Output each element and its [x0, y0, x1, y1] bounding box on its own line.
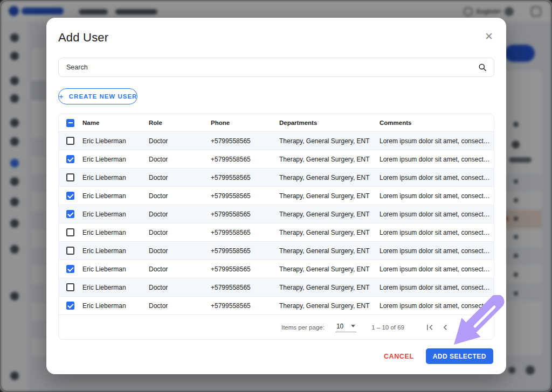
items-per-page-label: Items per page:: [281, 324, 325, 331]
cell-role: Doctor: [149, 302, 211, 310]
cell-role: Doctor: [149, 137, 211, 145]
create-new-user-label: CREATE NEW USER: [69, 93, 137, 100]
cell-comments: Lorem ipsum dolor sit amet, consectetu..…: [380, 137, 494, 145]
table-row[interactable]: Eric Lieberman Doctor +5799558565 Therap…: [59, 187, 494, 205]
dialog-title: Add User: [58, 31, 108, 45]
cell-comments: Lorem ipsum dolor sit amet, consectetu..…: [380, 247, 494, 255]
cell-role: Doctor: [149, 284, 211, 291]
cell-name: Eric Lieberman: [82, 156, 149, 163]
cell-role: Doctor: [149, 265, 211, 273]
search-field[interactable]: [58, 58, 494, 77]
cell-phone: +5799558565: [211, 247, 279, 255]
user-table: Name Role Phone Departments Comments Eri…: [58, 114, 494, 340]
cell-departments: Therapy, General Surgery, ENT: [279, 265, 380, 273]
row-checkbox[interactable]: [66, 302, 74, 310]
cell-departments: Therapy, General Surgery, ENT: [279, 229, 380, 236]
cell-name: Eric Lieberman: [82, 284, 149, 291]
table-row[interactable]: Eric Lieberman Doctor +5799558565 Therap…: [59, 132, 494, 150]
cell-role: Doctor: [149, 174, 211, 181]
cell-name: Eric Lieberman: [82, 302, 149, 310]
table-row[interactable]: Eric Lieberman Doctor +5799558565 Therap…: [59, 205, 494, 223]
cell-departments: Therapy, General Surgery, ENT: [279, 302, 380, 310]
cell-phone: +5799558565: [211, 284, 279, 291]
cell-role: Doctor: [149, 156, 211, 163]
add-user-dialog: Add User ✕ + CREATE NEW USER Name Role P…: [46, 18, 506, 374]
cell-phone: +5799558565: [211, 211, 279, 218]
table-row[interactable]: Eric Lieberman Doctor +5799558565 Therap…: [59, 169, 494, 187]
row-checkbox[interactable]: [66, 283, 74, 291]
row-checkbox[interactable]: [66, 173, 74, 181]
cell-phone: +5799558565: [211, 265, 279, 273]
cell-departments: Therapy, General Surgery, ENT: [279, 156, 380, 163]
table-row[interactable]: Eric Lieberman Doctor +5799558565 Therap…: [59, 242, 494, 260]
cell-name: Eric Lieberman: [82, 192, 149, 200]
cell-departments: Therapy, General Surgery, ENT: [279, 211, 380, 218]
close-icon[interactable]: ✕: [484, 31, 494, 43]
row-checkbox[interactable]: [66, 228, 74, 236]
cell-comments: Lorem ipsum dolor sit amet, consectetu..…: [380, 229, 494, 236]
select-all-checkbox[interactable]: [66, 119, 74, 127]
cell-name: Eric Lieberman: [82, 137, 149, 145]
cell-name: Eric Lieberman: [82, 211, 149, 218]
cell-comments: Lorem ipsum dolor sit amet, consectetu..…: [380, 284, 494, 291]
column-header-departments: Departments: [279, 120, 380, 126]
dialog-actions: CANCEL ADD SELECTED: [58, 348, 494, 364]
search-icon[interactable]: [478, 62, 487, 72]
annotation-arrow-icon: [441, 295, 507, 355]
cell-phone: +5799558565: [211, 174, 279, 181]
cell-comments: Lorem ipsum dolor sit amet, consectetu..…: [380, 174, 494, 181]
cell-role: Doctor: [149, 192, 211, 200]
cell-phone: +5799558565: [211, 192, 279, 200]
search-input[interactable]: [66, 64, 478, 71]
column-header-role: Role: [149, 120, 211, 126]
cell-name: Eric Lieberman: [82, 247, 149, 255]
cell-comments: Lorem ipsum dolor sit amet, consectetu..…: [380, 156, 494, 163]
row-checkbox[interactable]: [66, 155, 74, 163]
page-size-value: 10: [336, 323, 343, 330]
select-caret-icon: [351, 325, 355, 327]
cell-departments: Therapy, General Surgery, ENT: [279, 137, 380, 145]
cell-comments: Lorem ipsum dolor sit amet, consectetu..…: [380, 265, 494, 273]
column-header-comments: Comments: [380, 120, 494, 126]
create-new-user-button[interactable]: + CREATE NEW USER: [58, 88, 137, 104]
row-checkbox[interactable]: [66, 265, 74, 273]
cell-name: Eric Lieberman: [82, 229, 149, 236]
table-row[interactable]: Eric Lieberman Doctor +5799558565 Therap…: [59, 297, 494, 315]
row-checkbox[interactable]: [66, 247, 74, 255]
cell-role: Doctor: [149, 211, 211, 218]
user-table-header: Name Role Phone Departments Comments: [59, 114, 494, 132]
cell-departments: Therapy, General Surgery, ENT: [279, 247, 380, 255]
page-size-select[interactable]: 10: [335, 323, 356, 332]
row-checkbox[interactable]: [66, 192, 74, 200]
cell-departments: Therapy, General Surgery, ENT: [279, 174, 380, 181]
first-page-icon[interactable]: [424, 322, 435, 333]
cell-phone: +5799558565: [211, 137, 279, 145]
table-row[interactable]: Eric Lieberman Doctor +5799558565 Therap…: [59, 150, 494, 169]
screen: English: [0, 0, 552, 392]
pagination-bar: Items per page: 10 1 – 10 of 69: [59, 315, 494, 339]
table-row[interactable]: Eric Lieberman Doctor +5799558565 Therap…: [59, 223, 494, 242]
cell-role: Doctor: [149, 247, 211, 255]
cell-phone: +5799558565: [211, 156, 279, 163]
row-checkbox[interactable]: [66, 210, 74, 218]
cell-role: Doctor: [149, 229, 211, 236]
user-table-body: Eric Lieberman Doctor +5799558565 Therap…: [59, 132, 494, 315]
cell-comments: Lorem ipsum dolor sit amet, consectetu..…: [380, 192, 494, 200]
cell-comments: Lorem ipsum dolor sit amet, consectetu..…: [380, 211, 494, 218]
column-header-phone: Phone: [211, 120, 279, 126]
cell-phone: +5799558565: [211, 229, 279, 236]
row-checkbox[interactable]: [66, 137, 74, 145]
cell-departments: Therapy, General Surgery, ENT: [279, 284, 380, 291]
cell-name: Eric Lieberman: [82, 265, 149, 273]
cell-departments: Therapy, General Surgery, ENT: [279, 192, 380, 200]
column-header-name: Name: [82, 120, 149, 126]
cell-name: Eric Lieberman: [82, 174, 149, 181]
plus-icon: +: [59, 92, 64, 101]
pagination-range: 1 – 10 of 69: [371, 324, 404, 331]
table-row[interactable]: Eric Lieberman Doctor +5799558565 Therap…: [59, 278, 494, 297]
cancel-button[interactable]: CANCEL: [382, 349, 416, 363]
table-row[interactable]: Eric Lieberman Doctor +5799558565 Therap…: [59, 260, 494, 278]
cell-phone: +5799558565: [211, 302, 279, 310]
